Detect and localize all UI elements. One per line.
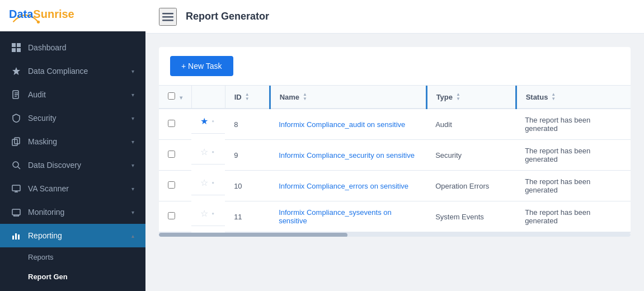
- sidebar: DataSunrise Dashboard Data Compliance ▾ …: [0, 0, 145, 291]
- star-icon-3[interactable]: ☆: [200, 208, 208, 219]
- file-icon: [11, 90, 21, 100]
- hamburger-icon: [162, 11, 173, 22]
- row-checkbox-1[interactable]: [168, 151, 175, 158]
- report-link-1[interactable]: Informix Compliance_security on sensitiv…: [279, 151, 415, 159]
- sidebar-label-security: Security: [28, 114, 125, 123]
- sort-icon-id: ▲▼: [245, 92, 250, 101]
- cell-check-1: [159, 140, 191, 171]
- sidebar-item-dashboard[interactable]: Dashboard: [0, 36, 145, 59]
- new-task-label: + New Task: [181, 62, 222, 71]
- table-row: ☆ ● 9 Informix Compliance_security on se…: [159, 140, 631, 171]
- report-link-2[interactable]: Informix Compliance_errors on sensitive: [279, 182, 408, 190]
- star-icon: [11, 66, 21, 76]
- hamburger-button[interactable]: [159, 8, 177, 26]
- table-row: ☆ ● 10 Informix Compliance_errors on sen…: [159, 171, 631, 201]
- cell-actions-0: ★ ●: [191, 109, 225, 134]
- sort-icon-type: ▲▼: [456, 92, 460, 101]
- shield-icon: [11, 113, 21, 123]
- cell-type-1: Security: [426, 140, 516, 171]
- sidebar-label-data-discovery: Data Discovery: [28, 161, 125, 170]
- cell-actions-3: ☆ ●: [191, 201, 225, 226]
- cell-name-3: Informix Compliance_sysevents on sensiti…: [270, 201, 426, 232]
- col-header-type: Type ▲▼: [426, 86, 516, 109]
- col-id-label: ID: [234, 93, 242, 101]
- svg-point-9: [13, 162, 18, 167]
- cell-name-0: Informix Compliance_audit on sensitive: [270, 109, 426, 140]
- cell-check-3: [159, 201, 191, 232]
- sidebar-sub-reports[interactable]: Reports: [0, 247, 145, 267]
- chevron-down-icon-monitoring: ▾: [131, 209, 134, 215]
- svg-rect-4: [17, 48, 21, 52]
- horizontal-scrollbar[interactable]: [159, 232, 631, 237]
- sidebar-label-dashboard: Dashboard: [28, 43, 134, 52]
- dot-icon-3: ●: [211, 211, 214, 216]
- sidebar-item-va-scanner[interactable]: VA Scanner ▾: [0, 177, 145, 200]
- logo: DataSunrise: [0, 0, 145, 31]
- sidebar-sub-report-gen-label: Report Gen: [28, 273, 68, 281]
- star-icon-2[interactable]: ☆: [200, 177, 208, 188]
- sidebar-label-monitoring: Monitoring: [28, 208, 125, 217]
- table-row: ★ ● 8 Informix Compliance_audit on sensi…: [159, 109, 631, 140]
- col-header-status: Status ▲▼: [516, 86, 631, 109]
- col-header-actions: [191, 86, 225, 109]
- scrollbar-thumb: [159, 233, 347, 237]
- chevron-down-icon-security: ▾: [131, 115, 134, 121]
- svg-rect-11: [12, 185, 20, 191]
- star-icon-0[interactable]: ★: [200, 116, 208, 126]
- sidebar-item-security[interactable]: Security ▾: [0, 106, 145, 130]
- copy-icon: [11, 137, 21, 147]
- sidebar-label-reporting: Reporting: [28, 231, 125, 240]
- logo-data-text: Data: [9, 8, 33, 20]
- new-task-button[interactable]: + New Task: [170, 56, 233, 76]
- col-header-check: ▾: [159, 86, 191, 109]
- sidebar-item-data-discovery[interactable]: Data Discovery ▾: [0, 153, 145, 177]
- cell-status-1: The report has been generated: [516, 140, 631, 171]
- logo-sunrise-text: Sunrise: [33, 8, 74, 20]
- cell-id-0: 8: [225, 109, 270, 140]
- svg-point-0: [37, 21, 40, 24]
- content-card: + New Task ▾ ID ▲▼: [159, 47, 631, 237]
- svg-rect-20: [18, 234, 20, 240]
- report-table: ▾ ID ▲▼ Name ▲▼: [159, 86, 631, 232]
- chevron-down-icon-va: ▾: [131, 186, 134, 192]
- select-all-checkbox[interactable]: [168, 92, 175, 100]
- row-checkbox-0[interactable]: [168, 120, 175, 127]
- display-icon: [11, 207, 21, 217]
- cell-status-0: The report has been generated: [516, 109, 631, 140]
- svg-rect-1: [12, 43, 16, 47]
- chevron-down-icon-discovery: ▾: [131, 162, 134, 168]
- grid-icon: [11, 43, 21, 53]
- sidebar-sub-report-gen[interactable]: Report Gen: [0, 267, 145, 287]
- report-link-0[interactable]: Informix Compliance_audit on sensitive: [279, 120, 405, 129]
- sidebar-item-data-compliance[interactable]: Data Compliance ▾: [0, 59, 145, 83]
- row-checkbox-3[interactable]: [168, 212, 175, 219]
- cell-type-2: Operation Errors: [426, 171, 516, 201]
- svg-rect-19: [15, 233, 17, 240]
- star-icon-1[interactable]: ☆: [200, 147, 208, 157]
- svg-rect-23: [162, 20, 173, 21]
- monitor-icon: [11, 184, 21, 194]
- report-link-3[interactable]: Informix Compliance_sysevents on sensiti…: [279, 208, 392, 225]
- cell-status-2: The report has been generated: [516, 171, 631, 201]
- svg-marker-5: [12, 67, 20, 75]
- col-name-label: Name: [280, 93, 299, 101]
- card-toolbar: + New Task: [159, 47, 631, 86]
- sidebar-item-monitoring[interactable]: Monitoring ▾: [0, 200, 145, 224]
- sidebar-item-reporting[interactable]: Reporting ▴: [0, 224, 145, 247]
- chevron-down-icon: ▾: [131, 68, 134, 74]
- col-type-label: Type: [436, 93, 453, 101]
- dropdown-arrow-check: ▾: [180, 95, 182, 101]
- chevron-down-icon-masking: ▾: [131, 139, 134, 145]
- table-row: ☆ ● 11 Informix Compliance_sysevents on …: [159, 201, 631, 232]
- svg-line-10: [18, 167, 20, 169]
- dot-icon-0: ●: [211, 119, 214, 124]
- sidebar-nav: Dashboard Data Compliance ▾ Audit ▾ Secu…: [0, 31, 145, 291]
- row-checkbox-2[interactable]: [168, 181, 175, 189]
- sidebar-item-masking[interactable]: Masking ▾: [0, 130, 145, 153]
- svg-rect-2: [17, 43, 21, 47]
- cell-id-1: 9: [225, 140, 270, 171]
- dot-icon-2: ●: [211, 180, 214, 185]
- cell-name-2: Informix Compliance_errors on sensitive: [270, 171, 426, 201]
- chart-icon: [11, 231, 21, 241]
- sidebar-item-audit[interactable]: Audit ▾: [0, 83, 145, 106]
